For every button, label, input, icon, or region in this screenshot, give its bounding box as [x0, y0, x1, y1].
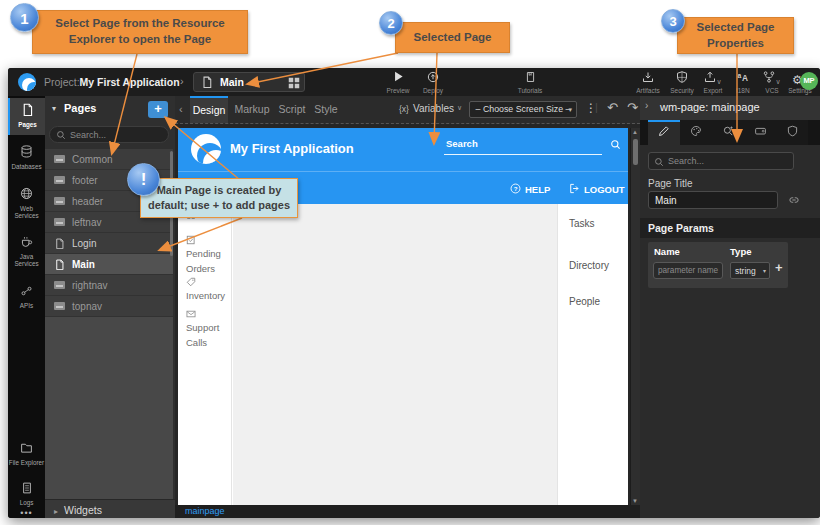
pages-icon	[21, 103, 34, 116]
more-options-button[interactable]: •••	[8, 508, 45, 518]
svg-text:a: a	[737, 72, 741, 79]
chevron-down-icon: ∨	[775, 78, 780, 85]
avatar[interactable]: MP	[800, 72, 818, 90]
app-content-area[interactable]	[233, 204, 557, 505]
scroll-up-icon[interactable]: ▲	[632, 129, 638, 135]
pages-label: Pages	[10, 121, 45, 128]
database-icon	[20, 145, 33, 158]
page-title-input[interactable]	[648, 191, 778, 209]
logout-icon	[569, 183, 580, 194]
page-item-main[interactable]: Main	[45, 254, 173, 275]
collapse-left-icon[interactable]: ‹	[179, 103, 183, 115]
top-bar: Project:My First Application › Main Prev…	[8, 68, 820, 96]
right-nav-directory[interactable]: Directory	[569, 260, 609, 271]
page-tab-label: Main	[220, 76, 244, 88]
redo-icon[interactable]: ↷	[627, 100, 638, 115]
nav-item-inventory[interactable]: Inventory	[186, 275, 232, 304]
sidebar-item-pages[interactable]: Pages	[8, 98, 45, 135]
breadcrumb[interactable]: mainpage	[185, 506, 225, 516]
scroll-down-icon[interactable]: ▼	[632, 498, 638, 504]
tab-styles[interactable]	[680, 120, 712, 145]
properties-search-input[interactable]	[666, 154, 786, 168]
search-icon[interactable]	[610, 139, 621, 150]
artifacts-button[interactable]: Artifacts	[630, 70, 666, 95]
tab-design[interactable]: Design	[190, 96, 228, 123]
sidebar-item-web-services[interactable]: Web Services	[8, 182, 45, 224]
partial-icon	[54, 155, 65, 163]
tab-style[interactable]: Style	[310, 96, 342, 123]
nav-item-label: Pending Orders	[186, 248, 221, 273]
export-button[interactable]: ∨ Export	[696, 70, 730, 95]
tab-devices[interactable]	[744, 120, 776, 145]
nav-item-pending-orders[interactable]: Pending Orders	[186, 233, 230, 276]
collapse-panel-icon[interactable]: ›	[645, 100, 648, 111]
tab-markup[interactable]: Markup	[232, 96, 272, 123]
logout-link[interactable]: LOGOUT	[584, 184, 625, 195]
properties-title: wm-page: mainpage	[660, 101, 760, 113]
nav-item-support-calls[interactable]: Support Calls	[186, 307, 230, 350]
variables-button[interactable]: Variables	[413, 103, 454, 114]
app-right-nav: Tasks Directory People	[557, 204, 628, 505]
play-icon	[393, 71, 404, 82]
logs-icon	[21, 482, 33, 494]
deploy-button[interactable]: Deploy	[415, 70, 451, 95]
tab-properties[interactable]	[648, 120, 680, 145]
svg-text:?: ?	[514, 185, 518, 192]
undo-icon[interactable]: ↶	[607, 100, 618, 115]
page-item-topnav[interactable]: topnav	[45, 296, 173, 317]
app-header[interactable]: My First Application Search	[178, 128, 628, 171]
databases-label: Databases	[8, 163, 45, 170]
section-widgets[interactable]: ▸Widgets	[45, 499, 175, 518]
canvas-breadcrumb-bar: mainpage	[175, 505, 645, 518]
add-page-button[interactable]: +	[148, 101, 168, 118]
project-name: My First Application	[80, 76, 180, 88]
device-icon	[754, 125, 767, 137]
partial-icon	[54, 218, 65, 226]
app-title: My First Application	[230, 141, 354, 156]
sidebar-item-logs[interactable]: Logs	[8, 476, 45, 510]
param-name-input[interactable]	[653, 262, 723, 279]
app-search-label[interactable]: Search	[446, 138, 478, 149]
chevron-down-icon: ∨	[716, 78, 721, 85]
right-nav-tasks[interactable]: Tasks	[569, 218, 595, 229]
partial-icon	[54, 281, 65, 289]
step-badge-3: 3	[661, 9, 685, 33]
variables-icon: {x}	[399, 104, 409, 114]
screen-size-select[interactable]: – Choose Screen Size – ▾	[469, 101, 577, 118]
tutorials-button[interactable]: Tutorials	[508, 70, 552, 95]
tab-security[interactable]	[776, 120, 808, 145]
preview-button[interactable]: Preview	[381, 70, 415, 95]
pages-search[interactable]	[49, 126, 169, 143]
deploy-label: Deploy	[415, 87, 451, 94]
branch-icon	[763, 71, 775, 83]
artifacts-label: Artifacts	[630, 87, 666, 94]
param-type-select[interactable]: string ▾	[730, 262, 770, 279]
add-param-button[interactable]: +	[775, 260, 783, 275]
partial-icon	[54, 176, 65, 184]
page-tab[interactable]: Main	[193, 72, 305, 92]
grid-icon[interactable]	[288, 77, 300, 89]
sidebar-item-databases[interactable]: Databases	[8, 140, 45, 176]
page-item-label: Login	[72, 238, 96, 249]
pages-search-input[interactable]	[68, 128, 163, 141]
properties-search[interactable]	[648, 152, 794, 170]
sidebar-item-apis[interactable]: APIs	[8, 278, 45, 316]
security-button[interactable]: Security	[664, 70, 700, 95]
help-link[interactable]: HELP	[525, 184, 550, 195]
right-nav-people[interactable]: People	[569, 296, 600, 307]
canvas-scrollbar[interactable]: ▲ ▼	[630, 128, 640, 505]
coffee-icon	[20, 235, 33, 248]
tab-script[interactable]: Script	[274, 96, 310, 123]
i18n-button[interactable]: aA i18N	[728, 70, 758, 95]
page-item-login[interactable]: Login	[45, 233, 173, 254]
annotation-box-2: Selected Page	[395, 22, 510, 53]
app-left-nav: Pending Orders Inventory Support Calls	[178, 204, 232, 505]
tab-events[interactable]	[712, 120, 744, 145]
annotation-box-1: Select Page from the Resource Explorer t…	[32, 10, 248, 54]
sidebar-item-file-explorer[interactable]: File Explorer	[8, 436, 45, 474]
sidebar-item-java-services[interactable]: Java Services	[8, 230, 45, 272]
bind-link-icon[interactable]	[788, 194, 800, 206]
page-item-rightnav[interactable]: rightnav	[45, 275, 173, 296]
collapse-chevron-icon[interactable]: ▾	[52, 104, 56, 113]
security-label: Security	[664, 87, 700, 94]
